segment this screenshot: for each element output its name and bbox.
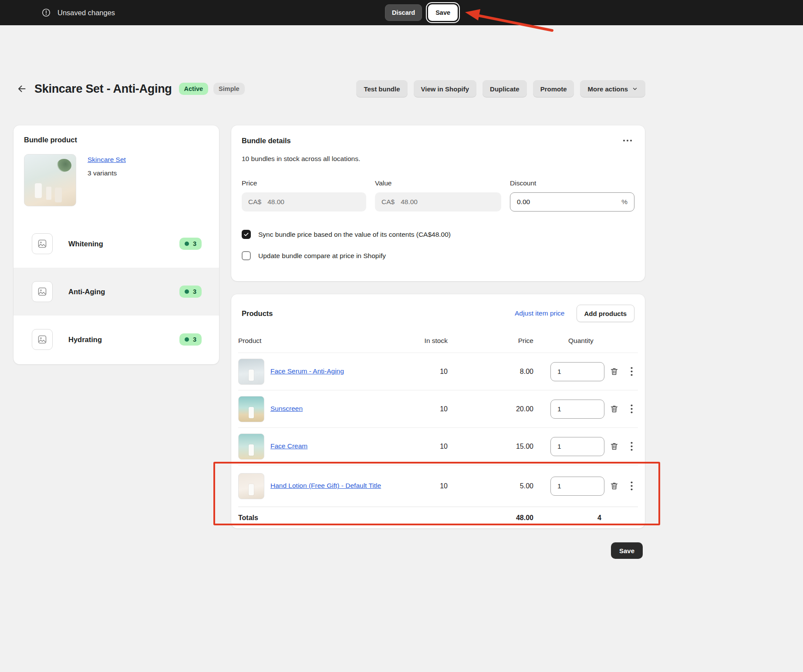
variant-row-hydrating[interactable]: Hydrating 3 — [13, 316, 219, 363]
bundle-product-card: Bundle product Skincare Set 3 variants W… — [13, 125, 219, 364]
column-header-in-stock: In stock — [418, 337, 457, 345]
discount-field[interactable]: % — [510, 192, 634, 212]
trash-icon — [610, 442, 619, 451]
trash-icon — [610, 367, 619, 376]
sync-price-checkbox[interactable] — [242, 230, 251, 239]
more-actions-button[interactable]: More actions — [580, 80, 645, 97]
row-menu-button[interactable] — [625, 403, 638, 416]
in-stock-value: 10 — [418, 405, 457, 413]
bundle-product-link[interactable]: Skincare Set — [88, 156, 126, 164]
back-button[interactable] — [13, 81, 30, 97]
duplicate-button[interactable]: Duplicate — [482, 80, 527, 97]
product-link[interactable]: Face Serum - Anti-Aging — [270, 366, 344, 376]
page-title: Skincare Set - Anti-Aging — [34, 82, 172, 96]
table-row: Face Serum - Anti-Aging 10 8.00 — [238, 353, 638, 390]
variants-count-label: 3 variants — [88, 169, 126, 177]
chevron-down-icon — [632, 86, 638, 92]
unsaved-changes-status: Unsaved changes — [41, 0, 115, 25]
products-table: Product In stock Price Quantity Face Ser… — [238, 329, 638, 528]
product-thumbnail — [238, 396, 264, 422]
delete-row-button[interactable] — [607, 480, 621, 493]
bundle-product-image — [24, 154, 76, 206]
kebab-menu-icon — [631, 367, 633, 376]
price-value: 48.00 — [267, 198, 284, 206]
row-menu-button[interactable] — [625, 440, 638, 453]
in-stock-value: 10 — [418, 368, 457, 376]
adjust-item-price-link[interactable]: Adjust item price — [515, 309, 565, 317]
product-thumbnail — [238, 473, 264, 499]
totals-price: 48.00 — [457, 514, 533, 522]
save-button-top[interactable]: Save — [428, 4, 458, 21]
variant-name: Whitening — [68, 240, 103, 248]
totals-label: Totals — [238, 514, 418, 522]
compare-price-label: Update bundle compare at price in Shopif… — [258, 252, 386, 260]
alert-circle-icon — [41, 8, 51, 17]
variant-count: 3 — [193, 288, 196, 295]
bundle-product-summary: Skincare Set 3 variants — [13, 154, 219, 206]
trash-icon — [610, 404, 619, 413]
compare-price-checkbox[interactable] — [242, 251, 251, 260]
value-field: CA$ 48.00 — [375, 192, 501, 212]
product-link[interactable]: Sunscreen — [270, 403, 303, 414]
kebab-menu-icon — [631, 442, 633, 451]
sync-price-row: Sync bundle price based on the value of … — [242, 230, 634, 239]
kebab-menu-icon — [631, 481, 633, 491]
row-menu-button[interactable] — [625, 480, 638, 493]
sync-price-label: Sync bundle price based on the value of … — [258, 231, 451, 239]
currency-prefix: CA$ — [248, 198, 261, 206]
quantity-input[interactable] — [550, 437, 604, 456]
table-row-hand-lotion: Hand Lotion (Free Gift) - Default Title … — [238, 465, 638, 507]
price-field: CA$ 48.00 — [242, 192, 366, 212]
image-placeholder-icon — [32, 233, 53, 254]
variant-row-anti-aging[interactable]: Anti-Aging 3 — [13, 268, 219, 316]
variant-list: Whitening 3 Anti-Aging 3 — [13, 220, 219, 363]
variant-count-badge: 3 — [179, 286, 202, 298]
table-header-row: Product In stock Price Quantity — [238, 329, 638, 353]
save-bar-actions: Discard Save — [385, 4, 458, 21]
overflow-menu-button[interactable] — [621, 136, 634, 145]
discard-button[interactable]: Discard — [385, 4, 422, 21]
variant-count: 3 — [193, 336, 196, 343]
table-row: Face Cream 10 15.00 — [238, 427, 638, 465]
quantity-input[interactable] — [550, 400, 604, 419]
test-bundle-button[interactable]: Test bundle — [356, 80, 407, 97]
variant-count: 3 — [193, 240, 196, 247]
price-label: Price — [242, 179, 366, 187]
quantity-input[interactable] — [550, 477, 604, 496]
value-label: Value — [375, 179, 501, 187]
product-link[interactable]: Hand Lotion (Free Gift) - Default Title — [270, 480, 381, 491]
add-products-button[interactable]: Add products — [577, 305, 635, 322]
save-button-bottom[interactable]: Save — [611, 542, 643, 559]
delete-row-button[interactable] — [607, 440, 621, 453]
percent-suffix: % — [621, 198, 628, 206]
product-link[interactable]: Face Cream — [270, 441, 307, 451]
variant-name: Anti-Aging — [68, 288, 105, 296]
column-header-product: Product — [238, 337, 418, 345]
delete-row-button[interactable] — [607, 403, 621, 416]
quantity-input[interactable] — [550, 362, 604, 381]
bundle-product-title: Bundle product — [13, 136, 219, 144]
column-header-quantity: Quantity — [533, 337, 607, 345]
promote-button[interactable]: Promote — [533, 80, 574, 97]
row-menu-button[interactable] — [625, 365, 638, 378]
page-header: Skincare Set - Anti-Aging Active Simple … — [13, 78, 645, 99]
value-value: 48.00 — [401, 198, 418, 206]
green-dot-icon — [185, 337, 189, 342]
price-value: 5.00 — [457, 482, 533, 490]
discount-input[interactable] — [517, 198, 618, 206]
delete-row-button[interactable] — [607, 365, 621, 378]
stock-summary-text: 10 bundles in stock across all locations… — [242, 155, 634, 163]
compare-price-row: Update bundle compare at price in Shopif… — [242, 251, 634, 260]
totals-quantity: 4 — [533, 514, 607, 522]
variant-row-whitening[interactable]: Whitening 3 — [13, 220, 219, 268]
in-stock-value: 10 — [418, 443, 457, 450]
price-value: 20.00 — [457, 405, 533, 413]
more-actions-label: More actions — [587, 85, 628, 93]
price-value: 8.00 — [457, 368, 533, 376]
products-card: Products Adjust item price Add products … — [231, 294, 645, 528]
type-badge-simple: Simple — [213, 83, 245, 95]
view-in-shopify-button[interactable]: View in Shopify — [414, 80, 477, 97]
green-dot-icon — [185, 289, 189, 294]
variant-count-badge: 3 — [179, 333, 202, 346]
variant-count-badge: 3 — [179, 238, 202, 250]
